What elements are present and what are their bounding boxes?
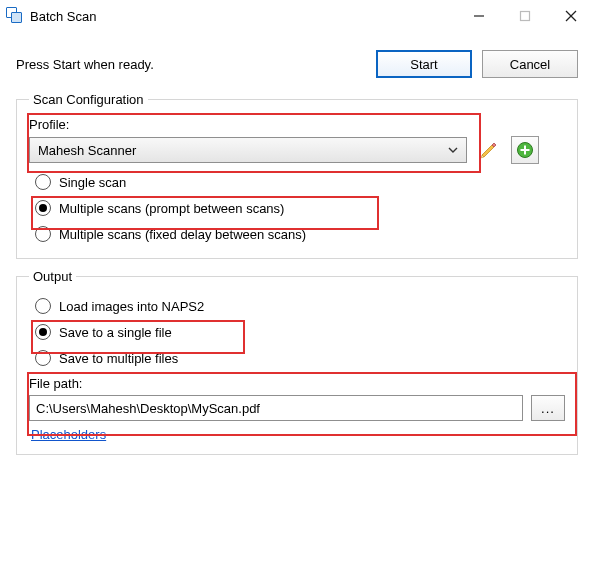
app-icon	[6, 7, 24, 25]
radio-icon	[35, 200, 51, 216]
prompt-text: Press Start when ready.	[16, 57, 376, 72]
output-group: Output Load images into NAPS2 Save to a …	[16, 269, 578, 455]
filepath-label: File path:	[29, 376, 565, 391]
radio-icon	[35, 298, 51, 314]
edit-profile-button[interactable]	[475, 136, 503, 164]
plus-icon	[516, 141, 534, 159]
close-button[interactable]	[548, 1, 594, 31]
profile-value: Mahesh Scanner	[38, 143, 444, 158]
filepath-input[interactable]	[29, 395, 523, 421]
svg-rect-6	[521, 149, 530, 151]
pencil-icon	[480, 141, 498, 159]
svg-rect-1	[521, 12, 530, 21]
radio-icon	[35, 350, 51, 366]
scan-configuration-group: Scan Configuration Profile: Mahesh Scann…	[16, 92, 578, 259]
radio-label: Multiple scans (fixed delay between scan…	[59, 227, 306, 242]
scan-configuration-legend: Scan Configuration	[29, 92, 148, 107]
radio-label: Save to a single file	[59, 325, 172, 340]
titlebar: Batch Scan	[0, 0, 594, 32]
browse-button[interactable]: ...	[531, 395, 565, 421]
radio-single-scan[interactable]: Single scan	[35, 174, 565, 190]
add-profile-button[interactable]	[511, 136, 539, 164]
start-button[interactable]: Start	[376, 50, 472, 78]
radio-label: Single scan	[59, 175, 126, 190]
radio-icon	[35, 324, 51, 340]
filepath-block: File path: ...	[29, 376, 565, 421]
radio-save-single-file[interactable]: Save to a single file	[35, 324, 565, 340]
radio-label: Save to multiple files	[59, 351, 178, 366]
minimize-button[interactable]	[456, 1, 502, 31]
cancel-button[interactable]: Cancel	[482, 50, 578, 78]
maximize-button	[502, 1, 548, 31]
chevron-down-icon	[444, 143, 462, 158]
radio-multiple-prompt[interactable]: Multiple scans (prompt between scans)	[35, 200, 565, 216]
radio-icon	[35, 226, 51, 242]
radio-label: Load images into NAPS2	[59, 299, 204, 314]
window-title: Batch Scan	[30, 9, 97, 24]
top-row: Press Start when ready. Start Cancel	[16, 50, 578, 78]
radio-save-multiple-files[interactable]: Save to multiple files	[35, 350, 565, 366]
placeholders-link[interactable]: Placeholders	[31, 427, 106, 442]
radio-label: Multiple scans (prompt between scans)	[59, 201, 284, 216]
profile-label: Profile:	[29, 117, 565, 132]
profile-block: Profile: Mahesh Scanner	[29, 117, 565, 164]
radio-multiple-delay[interactable]: Multiple scans (fixed delay between scan…	[35, 226, 565, 242]
radio-load-into-naps2[interactable]: Load images into NAPS2	[35, 298, 565, 314]
profile-combobox[interactable]: Mahesh Scanner	[29, 137, 467, 163]
output-legend: Output	[29, 269, 76, 284]
radio-icon	[35, 174, 51, 190]
